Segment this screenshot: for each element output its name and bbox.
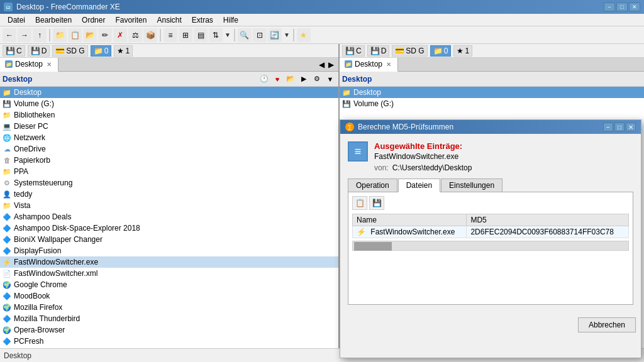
modal-tab-operation-label: Operation [356, 181, 389, 190]
modal-tab-dateien-label: Dateien [406, 181, 432, 190]
md5-row-1: ⚡ FastWindowSwitcher.exe 2D6FEC2094DC009… [353, 226, 629, 238]
modal-filename: FastWindowSwitcher.exe [374, 152, 633, 161]
modal-maximize[interactable]: □ [614, 123, 625, 131]
modal-copy-btn[interactable]: 📋 [352, 196, 367, 210]
modal-selected-label: Ausgewählte Einträge: [374, 141, 633, 151]
modal-tabs: Operation Dateien Einstellungen [348, 178, 633, 192]
modal-title-bar: ∑ Berechne MD5-Prüfsummen − □ ✕ [340, 120, 641, 134]
md5-table: Name MD5 ⚡ FastWindowSwitcher.exe 2D6FEC… [352, 214, 629, 238]
modal-source-path: C:\Users\teddy\Desktop [392, 163, 472, 172]
modal-source-label: von: [374, 163, 389, 172]
modal-icon: ∑ [345, 123, 354, 131]
modal-tab-einstellungen-label: Einstellungen [449, 181, 494, 190]
modal-header: ≡ Ausgewählte Einträge: FastWindowSwitch… [348, 141, 633, 172]
modal-source-row: von: C:\Users\teddy\Desktop [374, 163, 633, 172]
modal-tab-content: 📋 💾 Name MD5 ⚡ FastWin [348, 192, 633, 305]
modal-minimize[interactable]: − [603, 123, 613, 131]
modal-header-icon: ≡ [348, 141, 368, 162]
col-name: Name [353, 214, 467, 226]
modal-body: ≡ Ausgewählte Einträge: FastWindowSwitch… [340, 134, 641, 312]
md5-file-icon: ⚡ [357, 228, 366, 236]
modal-close[interactable]: ✕ [626, 123, 636, 131]
md5-value: 2D6FEC2094DC0093F60883714FF03C78 [467, 226, 629, 238]
modal-title: Berechne MD5-Prüfsummen [358, 123, 599, 131]
modal-header-info: Ausgewählte Einträge: FastWindowSwitcher… [374, 141, 633, 172]
modal-tab-einstellungen[interactable]: Einstellungen [441, 178, 502, 192]
modal-tab-dateien[interactable]: Dateien [398, 178, 440, 192]
modal-tab-operation[interactable]: Operation [348, 178, 397, 192]
modal-file-icon: ≡ [355, 145, 362, 158]
modal-ok-btn[interactable]: Abbrechen [578, 317, 636, 332]
modal-controls: − □ ✕ [603, 123, 636, 131]
modal-scrollbar-thumb[interactable] [354, 242, 392, 251]
modal-toolbar: 📋 💾 [352, 196, 629, 210]
modal-save-btn[interactable]: 💾 [369, 196, 384, 210]
modal-overlay: ∑ Berechne MD5-Prüfsummen − □ ✕ ≡ Ausgew… [0, 0, 644, 362]
col-md5: MD5 [467, 214, 629, 226]
modal-md5: ∑ Berechne MD5-Prüfsummen − □ ✕ ≡ Ausgew… [340, 119, 641, 358]
modal-scrollbar[interactable] [352, 241, 629, 251]
md5-filename: ⚡ FastWindowSwitcher.exe [353, 226, 467, 238]
modal-footer: Abbrechen [340, 312, 641, 337]
